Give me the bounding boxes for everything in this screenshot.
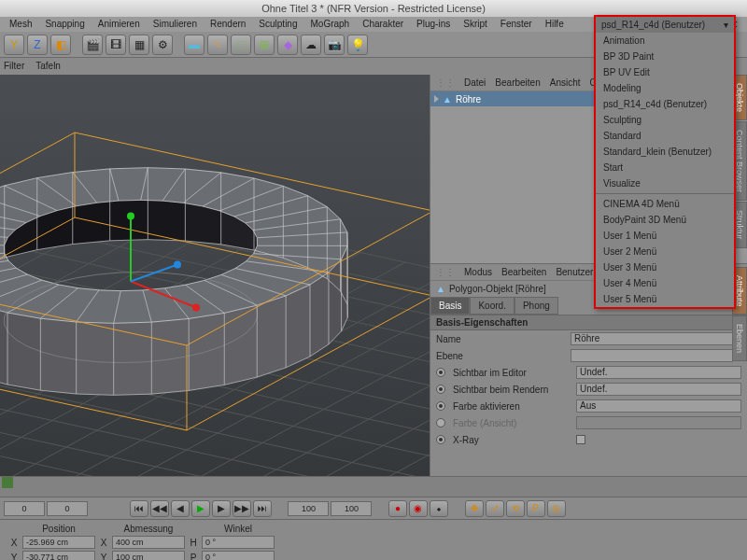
layout-option[interactable]: Standard (596, 128, 734, 144)
layout-option[interactable]: BP 3D Paint (596, 49, 734, 64)
attrib-menu-user[interactable]: Benutzer (556, 267, 593, 277)
move-key-icon[interactable]: ✥ (465, 500, 484, 517)
layout-option[interactable]: User 3 Menü (596, 259, 734, 275)
layout-option[interactable]: User 4 Menü (596, 275, 734, 291)
nurbs-icon[interactable]: ⬚ (231, 35, 251, 55)
prev-frame-icon[interactable]: ◀ (171, 500, 190, 517)
3d-viewport[interactable] (0, 75, 430, 476)
step-back-icon[interactable]: ◀◀ (150, 500, 169, 517)
layout-option[interactable]: User 5 Menü (596, 291, 734, 307)
col-position: Position (22, 524, 95, 534)
menu-item[interactable]: Snapping (39, 17, 90, 32)
panels-tab[interactable]: Tafeln (35, 58, 61, 75)
next-frame-icon[interactable]: ▶ (212, 500, 231, 517)
spline-pen-icon[interactable]: ✎ (207, 35, 228, 55)
layout-option[interactable]: User 2 Menü (596, 244, 734, 259)
filter-tab[interactable]: Filter (4, 58, 24, 75)
menu-item[interactable]: Plug-ins (411, 17, 456, 32)
current-frame-field[interactable]: 0 (47, 501, 88, 516)
menu-item[interactable]: Animieren (92, 17, 146, 32)
radio-icon[interactable] (436, 385, 445, 394)
tab-basis[interactable]: Basis (430, 297, 470, 315)
deformer-icon[interactable]: ◆ (277, 35, 298, 55)
pla-key-icon[interactable]: ◎ (547, 500, 566, 517)
layout-option[interactable]: BP UV Edit (596, 64, 734, 80)
layout-option[interactable]: Animation (596, 33, 734, 49)
layout-current[interactable]: psd_R14_c4d (Benutzer)▾ (596, 17, 734, 33)
size-x-field[interactable]: 400 cm (112, 536, 185, 549)
scale-key-icon[interactable]: ⤢ (486, 500, 504, 517)
cube-icon[interactable]: ◧ (50, 35, 71, 55)
clapboard-icon[interactable]: 🎬 (82, 35, 103, 55)
array-icon[interactable]: ⊞ (254, 35, 275, 55)
environment-icon[interactable]: ☁ (301, 35, 321, 55)
prop-render-vis-field[interactable]: Undef. (576, 383, 741, 396)
size-y-field[interactable]: 100 cm (112, 551, 185, 560)
menu-item[interactable]: Skript (458, 17, 493, 32)
expand-icon[interactable] (434, 95, 439, 103)
layout-option[interactable]: User 1 Menü (596, 228, 734, 244)
menu-item[interactable]: Hilfe (540, 17, 570, 32)
prop-editor-vis-field[interactable]: Undef. (576, 366, 741, 379)
layout-option[interactable]: Sculpting (596, 112, 734, 128)
project-end-field[interactable]: 100 (331, 501, 372, 516)
radio-icon[interactable] (436, 418, 445, 427)
light-icon[interactable]: 💡 (347, 35, 368, 55)
tab-phong[interactable]: Phong (514, 297, 558, 315)
tab-koord[interactable]: Koord. (470, 297, 514, 315)
menu-item[interactable]: Simulieren (148, 17, 203, 32)
axis-y-label: Y (7, 551, 21, 560)
xray-checkbox[interactable] (576, 435, 585, 444)
render-settings-icon[interactable]: ⚙ (152, 35, 173, 55)
layout-option[interactable]: Standard_klein (Benutzer) (596, 144, 734, 160)
layout-dropdown[interactable]: psd_R14_c4d (Benutzer)▾ Animation BP 3D … (594, 15, 736, 309)
autokey-icon[interactable]: ◉ (409, 500, 428, 517)
objects-menu-edit[interactable]: Bearbeiten (495, 77, 540, 88)
record-icon[interactable]: ● (388, 500, 407, 517)
axis-z-icon[interactable]: Z (27, 35, 48, 55)
pos-y-field[interactable]: -30.771 cm (22, 551, 95, 560)
pos-x-field[interactable]: -25.969 cm (22, 536, 95, 549)
layout-option[interactable]: Visualize (596, 175, 734, 191)
layout-option[interactable]: psd_R14_c4d (Benutzer) (596, 96, 734, 112)
menu-item[interactable]: Fenster (495, 17, 538, 32)
radio-icon[interactable] (436, 401, 445, 411)
menu-item[interactable]: MoGraph (305, 17, 356, 32)
step-fwd-icon[interactable]: ▶▶ (233, 500, 251, 517)
layout-option[interactable]: Modeling (596, 80, 734, 96)
goto-start-icon[interactable]: ⏮ (130, 500, 148, 517)
menu-item[interactable]: Charakter (357, 17, 409, 32)
objects-menu-view[interactable]: Ansicht (550, 77, 581, 88)
camera-icon[interactable]: 📷 (324, 35, 345, 55)
rotate-key-icon[interactable]: ⟲ (506, 500, 525, 517)
layout-option[interactable]: Start (596, 160, 734, 175)
range-start-field[interactable]: 0 (4, 501, 45, 516)
menu-item[interactable]: Rendern (204, 17, 251, 32)
play-icon[interactable]: ▶ (191, 500, 210, 517)
render-frame-icon[interactable]: 🎞 (106, 35, 126, 55)
rot-p-field[interactable]: 0 ° (202, 551, 275, 560)
radio-icon[interactable] (436, 435, 445, 444)
param-key-icon[interactable]: P (527, 500, 545, 517)
prop-name-field[interactable]: Röhre (571, 332, 741, 345)
attrib-menu-edit[interactable]: Bearbeiten (501, 267, 546, 277)
attrib-menu-mode[interactable]: Modus (464, 267, 492, 277)
layout-option[interactable]: CINEMA 4D Menü (596, 196, 734, 212)
radio-icon[interactable] (436, 368, 445, 377)
prop-color-enable-field[interactable]: Aus (576, 399, 741, 413)
prop-ebene-field[interactable] (571, 349, 733, 362)
timeline-ruler[interactable] (0, 476, 747, 497)
layout-option[interactable]: BodyPaint 3D Menü (596, 212, 734, 228)
axis-y-icon[interactable]: Y (4, 35, 24, 55)
primitive-cube-icon[interactable]: ▬ (184, 35, 204, 55)
side-tab-layers[interactable]: Ebenen (732, 315, 747, 361)
menu-item[interactable]: Sculpting (253, 17, 303, 32)
keyframe-sel-icon[interactable]: ⬥ (430, 500, 448, 517)
menu-item[interactable]: Mesh (4, 17, 37, 32)
render-region-icon[interactable]: ▦ (129, 35, 149, 55)
range-end-field[interactable]: 100 (288, 501, 329, 516)
goto-end-icon[interactable]: ⏭ (253, 500, 272, 517)
rot-h-field[interactable]: 0 ° (202, 536, 275, 549)
objects-menu-file[interactable]: Datei (464, 77, 486, 88)
prop-name-label: Name (436, 334, 567, 344)
